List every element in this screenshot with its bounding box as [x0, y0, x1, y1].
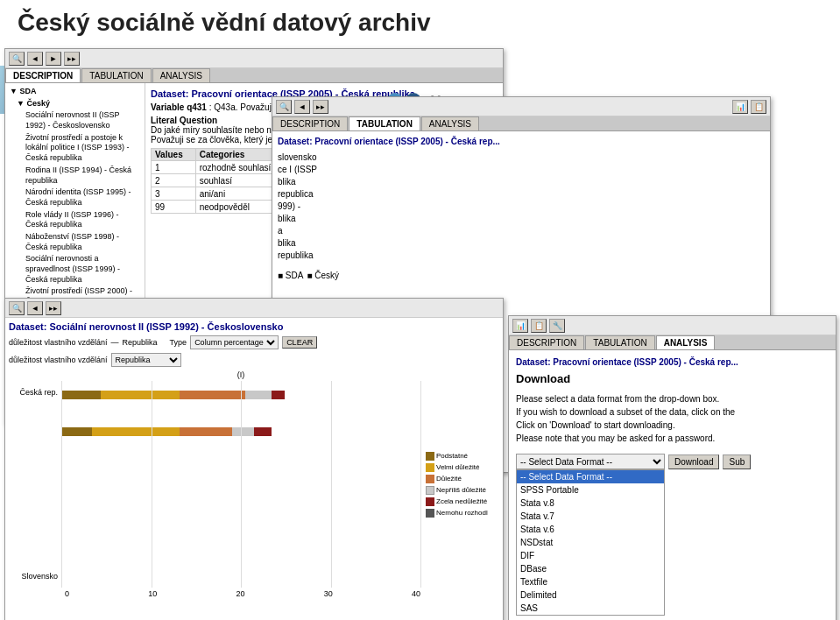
second-tree-cesky: ■ Český	[307, 271, 339, 280]
second-tab-analysis[interactable]: ANALYSIS	[421, 116, 479, 130]
second-toolbar-1[interactable]: 📊	[732, 100, 748, 114]
download-button[interactable]: Download	[668, 454, 719, 469]
tab-tabulation[interactable]: TABULATION	[81, 68, 151, 82]
page-header: Český sociálně vědní datový archiv	[0, 0, 840, 44]
format-select[interactable]: -- Select Data Format --	[516, 454, 665, 469]
filter-label-2: důležitost vlastního vzdělání	[9, 356, 108, 364]
download-desc: Please select a data format from the dro…	[516, 392, 829, 445]
tab-analysis[interactable]: ANALYSIS	[152, 68, 210, 82]
legend-color-5	[426, 497, 434, 506]
format-option-delimited[interactable]: Delimited	[517, 588, 664, 602]
tree-item-cesky[interactable]: ▼ Český	[8, 98, 142, 110]
tree-item-7[interactable]: Sociální nerovnosti a spravedlnost (ISSP…	[8, 253, 142, 285]
x-label-40: 40	[412, 589, 420, 598]
legend-label-4: Nepříliš důležité	[436, 486, 486, 494]
format-option-stata6[interactable]: Stata v.6	[517, 523, 664, 536]
format-option-sas[interactable]: SAS	[517, 602, 664, 615]
second-dataset-title: Dataset: Pracovní orientace (ISSP 2005) …	[278, 137, 765, 146]
filter-type-label: Type	[170, 338, 187, 347]
gridline-100	[420, 381, 421, 588]
second-tab-tabulation[interactable]: TABULATION	[349, 116, 420, 130]
format-option-default[interactable]: -- Select Data Format --	[517, 470, 664, 483]
format-option-textfile[interactable]: Textfile	[517, 575, 664, 588]
val-3: 3	[152, 187, 196, 201]
dl-tab-analysis[interactable]: ANALYSIS	[656, 335, 716, 349]
legend-label-2: Velmi důležité	[436, 463, 479, 471]
tree-item-sda[interactable]: ▼ SDA	[8, 86, 142, 98]
chart-main: (I)	[61, 370, 420, 598]
format-option-stata7[interactable]: Stata v.7	[517, 510, 664, 523]
page-title: Český sociálně vědní datový archiv	[18, 9, 822, 37]
legend-nemohu: Nemohu rozhodl	[426, 509, 499, 518]
format-option-dbase[interactable]: DBase	[517, 562, 664, 575]
format-dropdown[interactable]: -- Select Data Format -- SPSS Portable S…	[516, 469, 665, 616]
tab-description[interactable]: DESCRIPTION	[5, 68, 81, 82]
second-nav-back[interactable]: ◄	[294, 100, 310, 114]
chart-x-labels: 0 10 20 30 40	[61, 589, 420, 598]
legend-color-2	[426, 463, 434, 472]
download-row: -- Select Data Format -- -- Select Data …	[516, 454, 829, 469]
second-text-4: blika	[278, 176, 765, 188]
tab-nav-1[interactable]: ◄	[27, 301, 43, 315]
second-tab-description[interactable]: DESCRIPTION	[272, 116, 348, 130]
second-text-7: blika	[278, 213, 765, 225]
chart-legend: Podstatné Velmi důležité Důležité Nepříl…	[420, 370, 499, 598]
filter-label-1: důležitost vlastního vzdělání	[9, 338, 108, 347]
second-toolbar-2[interactable]: 📋	[751, 100, 766, 114]
dl-tab-tabulation[interactable]: TABULATION	[585, 335, 654, 349]
second-text-8: a	[278, 225, 765, 237]
tree-item-3[interactable]: Rodina II (ISSP 1994) - Česká republika	[8, 165, 142, 187]
format-option-dif[interactable]: DIF	[517, 549, 664, 562]
bar-sk-2	[92, 427, 180, 436]
second-tree-mini: ■ SDA ■ Český	[278, 271, 765, 280]
tab-search-icon[interactable]: 🔍	[9, 301, 25, 315]
nav-icon-2[interactable]: ▸▸	[64, 52, 80, 66]
search-icon[interactable]: 🔍	[9, 52, 25, 66]
dl-toolbar-1[interactable]: 📊	[512, 319, 528, 333]
filter-dash: —	[111, 338, 119, 347]
dl-toolbar-2[interactable]: 📋	[531, 319, 547, 333]
tabulation-dataset-title: Dataset: Sociální nerovnost II (ISSP 199…	[9, 321, 499, 332]
clear-button[interactable]: CLEAR	[282, 336, 317, 349]
bar-cr-2	[101, 391, 180, 399]
tabulation-content: Dataset: Sociální nerovnost II (ISSP 199…	[5, 318, 503, 602]
legend-nepriilis: Nepříliš důležité	[426, 486, 499, 495]
format-option-stata8[interactable]: Stata v.8	[517, 497, 664, 510]
filter-select-2[interactable]: Republika	[111, 353, 181, 367]
tab-nav-2[interactable]: ▸▸	[46, 301, 61, 315]
second-window-content: Dataset: Pracovní orientace (ISSP 2005) …	[272, 131, 770, 285]
sub-button[interactable]: Sub	[723, 454, 751, 469]
gridline-75	[331, 381, 332, 588]
bar-cr-1	[61, 391, 101, 399]
dl-tab-description[interactable]: DESCRIPTION	[509, 335, 584, 349]
gridline-50	[241, 381, 242, 588]
tree-item-2[interactable]: Životní prostředí a postoje k lokální po…	[8, 132, 142, 165]
main-tabs-bar: DESCRIPTION TABULATION ANALYSIS	[5, 68, 503, 83]
type-select[interactable]: Column percentage	[190, 335, 279, 349]
tree-item-1[interactable]: Sociální nerovnost II (ISSP 1992) - Česk…	[8, 109, 142, 131]
format-select-container: -- Select Data Format -- -- Select Data …	[516, 454, 665, 469]
x-label-30: 30	[324, 589, 333, 598]
bar-sk-5	[254, 427, 272, 436]
legend-color-3	[426, 475, 434, 483]
nav-forward-icon[interactable]: ►	[46, 52, 61, 66]
tree-item-6[interactable]: Náboženství (ISSP 1998) - Česká republik…	[8, 231, 142, 253]
tree-item-4[interactable]: Národní identita (ISSP 1995) - Česká rep…	[8, 187, 142, 208]
second-text-1: slovensko	[278, 151, 765, 164]
legend-label-1: Podstatné	[436, 452, 468, 460]
dl-toolbar-3[interactable]: 🔧	[549, 319, 565, 333]
legend-color-6	[426, 509, 434, 518]
second-tabs-bar: DESCRIPTION TABULATION ANALYSIS	[272, 116, 770, 131]
tree-item-5[interactable]: Role vlády II (ISSP 1996) - Česká republ…	[8, 209, 142, 231]
second-text-6: 999) -	[278, 201, 765, 213]
bar-sk-3	[180, 427, 232, 436]
legend-zcela: Zcela nedůležité	[426, 497, 499, 506]
second-nav-fwd[interactable]: ▸▸	[313, 100, 328, 114]
legend-velmi: Velmi důležité	[426, 463, 499, 472]
format-option-spss[interactable]: SPSS Portable	[517, 483, 664, 497]
second-search-icon[interactable]: 🔍	[276, 100, 292, 114]
format-option-nsdstat[interactable]: NSDstat	[517, 536, 664, 549]
bar-cr-5	[272, 391, 285, 399]
legend-label-6: Nemohu rozhodl	[436, 509, 488, 517]
nav-back-icon[interactable]: ◄	[27, 52, 43, 66]
